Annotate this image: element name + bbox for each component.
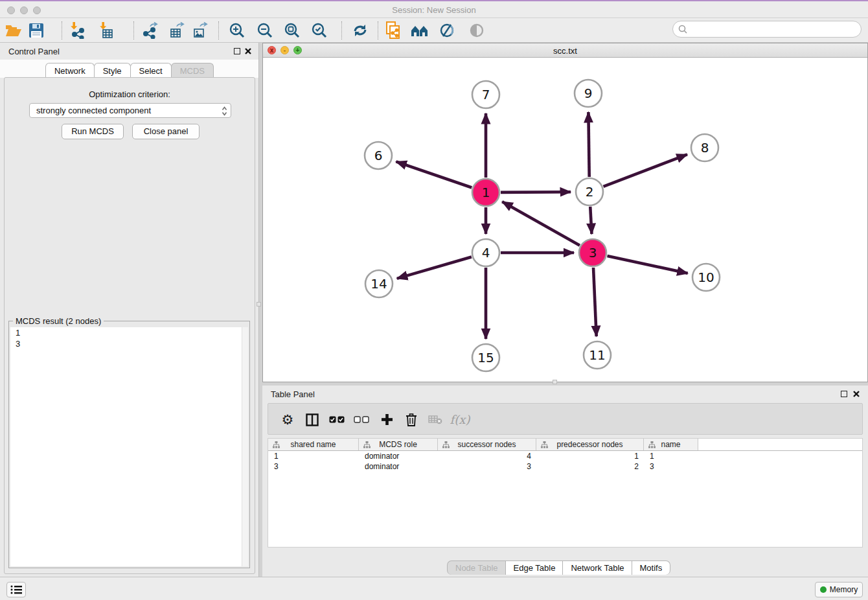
network-overview-button[interactable]	[408, 19, 431, 41]
close-table-panel-icon[interactable]	[852, 390, 860, 398]
selected-option: strongly connected component	[36, 106, 151, 115]
graph-node-14[interactable]: 14	[365, 270, 393, 297]
graph-edge-1-6[interactable]	[396, 161, 472, 187]
table-body: 1dominator4113dominator323	[268, 451, 862, 472]
zoom-out-button[interactable]	[253, 19, 277, 41]
task-history-button[interactable]	[6, 582, 26, 597]
graph-edge-3-1[interactable]	[502, 202, 580, 245]
add-column-button[interactable]	[376, 404, 398, 435]
table-cell[interactable]: 3	[644, 461, 698, 472]
column-header-MCDS-role[interactable]: MCDS role	[359, 439, 438, 450]
search-icon	[678, 25, 687, 34]
zoom-selected-button[interactable]	[308, 19, 331, 41]
memory-button[interactable]: Memory	[815, 582, 863, 597]
export-table-button[interactable]	[166, 19, 189, 41]
network-window-titlebar: x - + scc.txt	[263, 43, 867, 58]
graph-node-11[interactable]: 11	[584, 341, 611, 369]
optimization-criterion-select[interactable]: strongly connected component	[29, 103, 231, 118]
trash-icon	[405, 413, 417, 426]
search-input[interactable]	[691, 23, 853, 36]
export-network-button[interactable]	[139, 19, 163, 41]
zoom-in-button[interactable]	[225, 19, 249, 41]
zoom-fit-button[interactable]	[280, 19, 304, 41]
toggle-visibility-button[interactable]	[465, 19, 488, 41]
select-all-columns-button[interactable]	[326, 404, 348, 435]
deselect-all-columns-button[interactable]	[350, 404, 372, 435]
graph-node-2[interactable]: 2	[576, 178, 603, 205]
mcds-result-textarea[interactable]: 1 3	[10, 327, 248, 566]
graph-edge-2-3[interactable]	[590, 207, 591, 234]
open-file-button[interactable]	[2, 19, 25, 41]
save-icon	[29, 23, 44, 38]
toolbar-separator	[378, 21, 378, 40]
graph-node-9[interactable]: 9	[575, 80, 602, 107]
apply-layout-button[interactable]	[348, 19, 372, 41]
graph-edge-3-10[interactable]	[607, 256, 687, 273]
table-row[interactable]: 1dominator411	[268, 451, 862, 461]
splitter-handle[interactable]	[553, 380, 557, 384]
table-cell[interactable]: 3	[438, 461, 536, 472]
graph-node-6[interactable]: 6	[365, 142, 392, 169]
table-cell[interactable]: 3	[268, 461, 359, 472]
network-canvas[interactable]: 7968124314101511	[263, 58, 867, 382]
graph-edge-4-14[interactable]	[397, 257, 472, 278]
graph-edge-2-9[interactable]	[588, 112, 589, 177]
table-cell[interactable]: 4	[438, 451, 536, 461]
table-tab-edge-table[interactable]: Edge Table	[505, 560, 564, 575]
column-header-predecessor-nodes[interactable]: predecessor nodes	[536, 439, 644, 450]
float-table-panel-button[interactable]	[841, 391, 847, 397]
column-header-shared-name[interactable]: shared name	[268, 439, 359, 450]
workspace: Control Panel NetworkStyleSelectMCDS Opt…	[0, 43, 868, 577]
graph-edge-1-2[interactable]	[501, 192, 571, 192]
statusbar: Memory	[0, 577, 868, 600]
attribute-icon	[363, 441, 371, 448]
result-scrollbar[interactable]	[242, 327, 248, 566]
gear-icon: ⚙	[282, 412, 294, 428]
toggle-style-button[interactable]	[435, 19, 459, 41]
float-panel-button[interactable]	[234, 48, 240, 54]
graph-node-15[interactable]: 15	[472, 344, 499, 371]
run-mcds-button[interactable]: Run MCDS	[62, 124, 124, 139]
table-tab-motifs[interactable]: Motifs	[632, 560, 671, 575]
tab-select[interactable]: Select	[130, 63, 172, 78]
network-title: scc.txt	[263, 46, 867, 56]
duplicate-network-button[interactable]	[382, 19, 405, 41]
graph-edge-2-8[interactable]	[603, 154, 687, 186]
tab-style[interactable]: Style	[94, 63, 131, 78]
splitter-handle[interactable]	[257, 302, 261, 306]
graph-edge-3-11[interactable]	[593, 268, 597, 336]
close-panel-button[interactable]: Close panel	[132, 124, 200, 139]
column-header-name[interactable]: name	[644, 439, 698, 450]
export-image-button[interactable]	[189, 19, 212, 41]
tab-mcds[interactable]: MCDS	[171, 63, 214, 78]
toggle-column-panel-button[interactable]	[301, 404, 323, 435]
graph-node-4[interactable]: 4	[472, 239, 499, 266]
graph-node-8[interactable]: 8	[691, 134, 718, 161]
close-panel-icon[interactable]	[244, 47, 252, 55]
function-builder-button[interactable]: f(x)	[449, 404, 471, 435]
import-network-button[interactable]	[65, 19, 88, 41]
graph-node-1[interactable]: 1	[472, 179, 499, 206]
graph-node-10[interactable]: 10	[692, 264, 720, 291]
table-cell[interactable]: 1	[644, 451, 698, 461]
delete-table-button[interactable]	[424, 404, 446, 435]
table-settings-button[interactable]: ⚙	[277, 404, 299, 435]
table-tab-node-table[interactable]: Node Table	[447, 560, 506, 575]
graph-node-3[interactable]: 3	[579, 239, 606, 266]
column-header-successor-nodes[interactable]: successor nodes	[438, 439, 536, 450]
table-tab-network-table[interactable]: Network Table	[562, 560, 632, 575]
table-cell[interactable]: 1	[268, 451, 359, 461]
svg-text:6: 6	[374, 148, 383, 163]
attribute-icon	[541, 441, 548, 448]
delete-column-button[interactable]	[400, 404, 422, 435]
table-row[interactable]: 3dominator323	[268, 461, 862, 472]
table-cell[interactable]: dominator	[359, 461, 438, 472]
tab-network[interactable]: Network	[45, 63, 95, 78]
import-table-button[interactable]	[94, 19, 117, 41]
graph-node-7[interactable]: 7	[472, 81, 499, 108]
network-view-window: x - + scc.txt 7968124314101511	[262, 43, 868, 382]
save-session-button[interactable]	[25, 19, 48, 41]
table-cell[interactable]: 1	[536, 451, 644, 461]
table-cell[interactable]: 2	[536, 461, 644, 472]
table-cell[interactable]: dominator	[359, 451, 438, 461]
